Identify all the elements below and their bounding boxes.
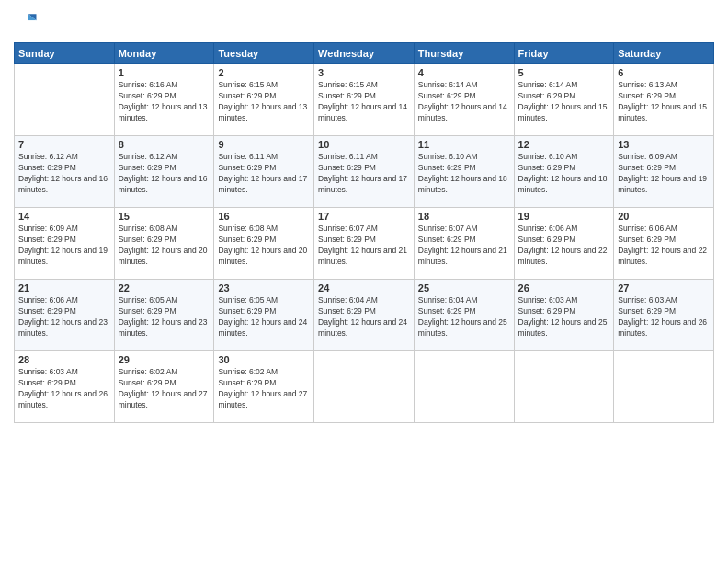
calendar-cell: 26Sunrise: 6:03 AMSunset: 6:29 PMDayligh… <box>514 280 614 351</box>
weekday-header-wednesday: Wednesday <box>314 43 415 64</box>
day-info: Sunrise: 6:10 AMSunset: 6:29 PMDaylight:… <box>518 152 610 196</box>
weekday-header-tuesday: Tuesday <box>214 43 314 64</box>
calendar-cell <box>514 351 614 423</box>
weekday-header-monday: Monday <box>114 43 214 64</box>
day-number: 25 <box>418 282 510 293</box>
day-info: Sunrise: 6:05 AMSunset: 6:29 PMDaylight:… <box>218 295 310 339</box>
day-number: 10 <box>318 139 410 150</box>
day-number: 29 <box>119 354 210 365</box>
day-number: 21 <box>18 282 110 293</box>
day-info: Sunrise: 6:12 AMSunset: 6:29 PMDaylight:… <box>119 152 210 196</box>
week-row-1: 1Sunrise: 6:16 AMSunset: 6:29 PMDaylight… <box>15 64 714 136</box>
day-info: Sunrise: 6:05 AMSunset: 6:29 PMDaylight:… <box>119 295 210 339</box>
calendar-cell: 27Sunrise: 6:03 AMSunset: 6:29 PMDayligh… <box>614 280 714 351</box>
weekday-header-thursday: Thursday <box>414 43 514 64</box>
day-info: Sunrise: 6:11 AMSunset: 6:29 PMDaylight:… <box>318 152 410 196</box>
calendar-cell: 17Sunrise: 6:07 AMSunset: 6:29 PMDayligh… <box>314 208 415 280</box>
day-number: 14 <box>18 211 110 222</box>
calendar-cell <box>414 351 514 423</box>
day-info: Sunrise: 6:08 AMSunset: 6:29 PMDaylight:… <box>119 224 210 268</box>
day-info: Sunrise: 6:10 AMSunset: 6:29 PMDaylight:… <box>418 152 510 196</box>
calendar-cell: 4Sunrise: 6:14 AMSunset: 6:29 PMDaylight… <box>414 64 514 136</box>
day-number: 11 <box>418 139 510 150</box>
day-info: Sunrise: 6:13 AMSunset: 6:29 PMDaylight:… <box>618 80 710 124</box>
day-info: Sunrise: 6:03 AMSunset: 6:29 PMDaylight:… <box>518 295 610 339</box>
weekday-header-saturday: Saturday <box>614 43 714 64</box>
day-info: Sunrise: 6:03 AMSunset: 6:29 PMDaylight:… <box>18 367 110 411</box>
calendar-cell: 24Sunrise: 6:04 AMSunset: 6:29 PMDayligh… <box>314 280 415 351</box>
calendar-cell: 3Sunrise: 6:15 AMSunset: 6:29 PMDaylight… <box>314 64 415 136</box>
day-number: 5 <box>518 67 610 78</box>
day-number: 30 <box>218 354 310 365</box>
logo <box>14 9 43 35</box>
week-row-2: 7Sunrise: 6:12 AMSunset: 6:29 PMDaylight… <box>15 136 714 208</box>
weekday-header-friday: Friday <box>514 43 614 64</box>
day-number: 16 <box>218 211 310 222</box>
day-number: 12 <box>518 139 610 150</box>
calendar-cell: 15Sunrise: 6:08 AMSunset: 6:29 PMDayligh… <box>114 208 214 280</box>
day-info: Sunrise: 6:03 AMSunset: 6:29 PMDaylight:… <box>618 295 710 339</box>
day-number: 26 <box>518 282 610 293</box>
day-info: Sunrise: 6:15 AMSunset: 6:29 PMDaylight:… <box>218 80 310 124</box>
day-number: 1 <box>119 67 210 78</box>
calendar-cell <box>15 64 115 136</box>
calendar-cell: 25Sunrise: 6:04 AMSunset: 6:29 PMDayligh… <box>414 280 514 351</box>
day-info: Sunrise: 6:14 AMSunset: 6:29 PMDaylight:… <box>518 80 610 124</box>
day-number: 19 <box>518 211 610 222</box>
day-info: Sunrise: 6:16 AMSunset: 6:29 PMDaylight:… <box>119 80 210 124</box>
day-info: Sunrise: 6:06 AMSunset: 6:29 PMDaylight:… <box>18 295 110 339</box>
header <box>14 9 714 35</box>
calendar-cell: 8Sunrise: 6:12 AMSunset: 6:29 PMDaylight… <box>114 136 214 208</box>
calendar-cell: 23Sunrise: 6:05 AMSunset: 6:29 PMDayligh… <box>214 280 314 351</box>
day-info: Sunrise: 6:08 AMSunset: 6:29 PMDaylight:… <box>218 224 310 268</box>
calendar-cell: 16Sunrise: 6:08 AMSunset: 6:29 PMDayligh… <box>214 208 314 280</box>
calendar-cell: 5Sunrise: 6:14 AMSunset: 6:29 PMDaylight… <box>514 64 614 136</box>
day-info: Sunrise: 6:02 AMSunset: 6:29 PMDaylight:… <box>218 367 310 411</box>
calendar-cell: 9Sunrise: 6:11 AMSunset: 6:29 PMDaylight… <box>214 136 314 208</box>
week-row-5: 28Sunrise: 6:03 AMSunset: 6:29 PMDayligh… <box>15 351 714 423</box>
svg-rect-3 <box>17 20 37 31</box>
calendar-cell: 10Sunrise: 6:11 AMSunset: 6:29 PMDayligh… <box>314 136 415 208</box>
calendar-cell: 30Sunrise: 6:02 AMSunset: 6:29 PMDayligh… <box>214 351 314 423</box>
day-number: 18 <box>418 211 510 222</box>
day-info: Sunrise: 6:06 AMSunset: 6:29 PMDaylight:… <box>618 224 710 268</box>
calendar-cell: 28Sunrise: 6:03 AMSunset: 6:29 PMDayligh… <box>15 351 115 423</box>
day-number: 6 <box>618 67 710 78</box>
calendar-cell <box>614 351 714 423</box>
calendar-cell: 7Sunrise: 6:12 AMSunset: 6:29 PMDaylight… <box>15 136 115 208</box>
day-info: Sunrise: 6:06 AMSunset: 6:29 PMDaylight:… <box>518 224 610 268</box>
day-number: 4 <box>418 67 510 78</box>
calendar-cell <box>314 351 415 423</box>
day-number: 22 <box>119 282 210 293</box>
calendar-cell: 18Sunrise: 6:07 AMSunset: 6:29 PMDayligh… <box>414 208 514 280</box>
day-number: 2 <box>218 67 310 78</box>
day-number: 7 <box>18 139 110 150</box>
day-info: Sunrise: 6:11 AMSunset: 6:29 PMDaylight:… <box>218 152 310 196</box>
calendar-cell: 19Sunrise: 6:06 AMSunset: 6:29 PMDayligh… <box>514 208 614 280</box>
calendar-cell: 14Sunrise: 6:09 AMSunset: 6:29 PMDayligh… <box>15 208 115 280</box>
day-number: 27 <box>618 282 710 293</box>
calendar-page: SundayMondayTuesdayWednesdayThursdayFrid… <box>0 0 728 563</box>
day-info: Sunrise: 6:12 AMSunset: 6:29 PMDaylight:… <box>18 152 110 196</box>
day-number: 8 <box>119 139 210 150</box>
calendar-cell: 20Sunrise: 6:06 AMSunset: 6:29 PMDayligh… <box>614 208 714 280</box>
day-number: 3 <box>318 67 410 78</box>
day-info: Sunrise: 6:09 AMSunset: 6:29 PMDaylight:… <box>618 152 710 196</box>
day-number: 28 <box>18 354 110 365</box>
week-row-4: 21Sunrise: 6:06 AMSunset: 6:29 PMDayligh… <box>15 280 714 351</box>
day-number: 24 <box>318 282 410 293</box>
day-number: 13 <box>618 139 710 150</box>
day-number: 15 <box>119 211 210 222</box>
logo-icon <box>14 9 40 35</box>
calendar-cell: 22Sunrise: 6:05 AMSunset: 6:29 PMDayligh… <box>114 280 214 351</box>
calendar-table: SundayMondayTuesdayWednesdayThursdayFrid… <box>14 42 714 423</box>
day-info: Sunrise: 6:04 AMSunset: 6:29 PMDaylight:… <box>418 295 510 339</box>
day-info: Sunrise: 6:15 AMSunset: 6:29 PMDaylight:… <box>318 80 410 124</box>
calendar-cell: 2Sunrise: 6:15 AMSunset: 6:29 PMDaylight… <box>214 64 314 136</box>
calendar-cell: 6Sunrise: 6:13 AMSunset: 6:29 PMDaylight… <box>614 64 714 136</box>
calendar-cell: 13Sunrise: 6:09 AMSunset: 6:29 PMDayligh… <box>614 136 714 208</box>
calendar-cell: 12Sunrise: 6:10 AMSunset: 6:29 PMDayligh… <box>514 136 614 208</box>
calendar-cell: 21Sunrise: 6:06 AMSunset: 6:29 PMDayligh… <box>15 280 115 351</box>
calendar-cell: 29Sunrise: 6:02 AMSunset: 6:29 PMDayligh… <box>114 351 214 423</box>
day-number: 17 <box>318 211 410 222</box>
